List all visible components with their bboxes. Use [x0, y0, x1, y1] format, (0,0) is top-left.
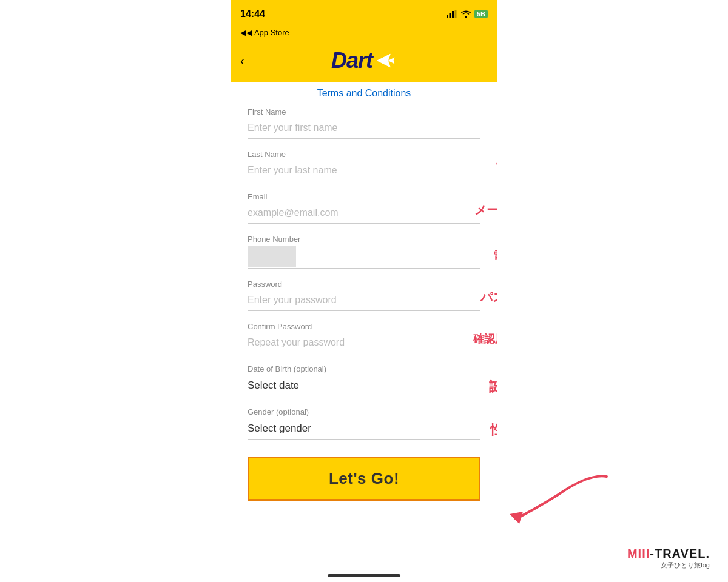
back-button[interactable]: ‹ — [240, 54, 244, 68]
confirm-password-annotation: 確認用のパスワード — [473, 332, 497, 346]
battery-badge: 5B — [474, 10, 488, 18]
home-bar — [328, 574, 400, 577]
signal-icon — [447, 10, 457, 18]
svg-rect-0 — [447, 15, 448, 18]
phone-label: Phone Number — [248, 235, 480, 244]
arrow-annotation-svg — [497, 470, 619, 531]
phone-flag-box[interactable] — [248, 246, 296, 267]
page-wrapper: 14:44 5B ◀ ◀ App St — [0, 0, 728, 582]
email-annotation: メールアドレス — [474, 202, 497, 218]
confirm-password-input[interactable] — [248, 333, 480, 353]
phone-screen: 14:44 5B ◀ ◀ App St — [231, 0, 497, 582]
app-header: ‹ Dart — [231, 42, 497, 82]
app-logo: Dart — [331, 48, 397, 73]
home-indicator — [231, 567, 497, 582]
branding-sub: 女子ひとり旅log — [627, 561, 710, 570]
firstname-label: First Name — [248, 107, 480, 116]
appstore-back-icon[interactable]: ◀ — [240, 28, 246, 37]
field-group-confirm-password: Confirm Password 確認用のパスワード — [248, 322, 480, 353]
dob-label: Date of Birth (optional) — [248, 364, 480, 373]
terms-title: Terms and Conditions — [231, 82, 497, 107]
svg-rect-3 — [454, 10, 456, 18]
phone-input[interactable] — [296, 247, 480, 267]
field-group-dob: Date of Birth (optional) Select date 誕生日 — [248, 364, 480, 396]
password-input[interactable] — [248, 291, 480, 311]
svg-rect-1 — [449, 13, 451, 18]
gender-label: Gender (optional) — [248, 407, 480, 416]
branding-miii: MIII — [627, 547, 650, 560]
gender-annotation: 性別 — [490, 421, 497, 439]
field-group-password: Password パスワード — [248, 279, 480, 311]
branding: MIII-TRAVEL. 女子ひとり旅log — [627, 547, 710, 570]
status-time: 14:44 — [240, 8, 265, 19]
firstname-input[interactable] — [248, 119, 480, 139]
password-annotation: パスワード — [480, 289, 497, 306]
arrow-annotation-wrapper — [497, 470, 619, 534]
form-container: First Name 名前 Last Name 苗字 Email メールアドレス… — [231, 107, 497, 567]
lastname-label: Last Name — [248, 150, 480, 159]
field-group-gender: Gender (optional) Select gender Male Fem… — [248, 407, 480, 440]
status-bar: 14:44 5B — [231, 0, 497, 27]
email-label: Email — [248, 192, 480, 201]
svg-rect-2 — [452, 11, 454, 18]
phone-input-wrapper — [248, 246, 480, 269]
wifi-icon — [461, 10, 471, 18]
confirm-password-label: Confirm Password — [248, 322, 480, 331]
dart-arrow-icon — [375, 50, 397, 72]
app-logo-text: Dart — [331, 48, 372, 73]
field-group-lastname: Last Name 苗字 — [248, 150, 480, 181]
svg-marker-6 — [510, 512, 523, 524]
appstore-bar: ◀ ◀ App Store — [231, 27, 497, 42]
status-icons: 5B — [447, 10, 488, 18]
letsgo-button[interactable]: Let's Go! — [248, 457, 480, 501]
branding-main: MIII-TRAVEL. — [627, 547, 710, 561]
dob-select[interactable]: Select date — [248, 376, 480, 396]
field-group-email: Email メールアドレス — [248, 192, 480, 224]
lastname-annotation: 苗字 — [496, 159, 497, 178]
password-label: Password — [248, 279, 480, 289]
email-input[interactable] — [248, 204, 480, 224]
dob-annotation: 誕生日 — [489, 378, 497, 396]
gender-select[interactable]: Select gender Male Female Other — [248, 419, 480, 440]
phone-annotation: 電話番号 — [493, 248, 497, 264]
lastname-input[interactable] — [248, 161, 480, 181]
field-group-phone: Phone Number 電話番号 — [248, 235, 480, 269]
appstore-label: ◀ App Store — [246, 28, 289, 37]
field-group-firstname: First Name 名前 — [248, 107, 480, 139]
